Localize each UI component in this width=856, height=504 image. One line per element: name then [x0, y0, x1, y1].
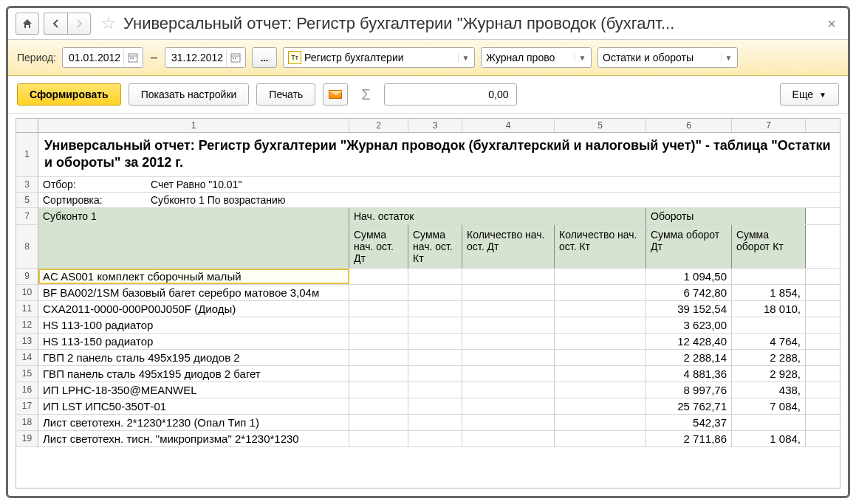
- calendar-icon[interactable]: [123, 49, 141, 66]
- print-button[interactable]: Печать: [256, 83, 315, 106]
- ruler-col-7[interactable]: 7: [732, 119, 806, 132]
- turnover-kt: 2 928,: [732, 366, 806, 382]
- more-button[interactable]: Еще ▼: [780, 83, 839, 106]
- header-turnover-dt: Сумма оборот Дт: [646, 225, 732, 268]
- svg-rect-3: [132, 58, 134, 59]
- ruler-col-2[interactable]: 2: [349, 119, 408, 132]
- turnover-dt: 542,37: [646, 415, 732, 430]
- journal-combo[interactable]: Журнал прово ▼: [481, 47, 592, 68]
- titlebar: ☆ Универсальный отчет: Регистр бухгалтер…: [8, 8, 848, 40]
- turnover-dt: 6 742,80: [646, 285, 732, 300]
- item-name: HS 113-100 радиатор: [38, 317, 349, 333]
- sort-value: Субконто 1 По возрастанию: [146, 193, 290, 207]
- table-row[interactable]: 17 ИП LST ИПС50-350Т-01 25 762,71 7 084,: [16, 398, 840, 415]
- table-row[interactable]: 10 BF BA002/1SM базовый багет серебро ма…: [16, 285, 840, 301]
- spreadsheet-area[interactable]: 1234567 1 Универсальный отчет: Регистр б…: [16, 118, 840, 489]
- ruler-col-4[interactable]: 4: [462, 119, 555, 132]
- table-row[interactable]: 12 HS 113-100 радиатор 3 623,00: [16, 317, 840, 334]
- arrow-left-icon: [51, 18, 61, 29]
- turnover-dt: 39 152,54: [646, 301, 732, 317]
- turnover-kt: 1 854,: [732, 285, 806, 300]
- item-name: ИП LST ИПС50-350Т-01: [38, 398, 349, 414]
- date-to-value: 31.12.2012: [171, 52, 223, 63]
- chevron-down-icon[interactable]: ▼: [575, 54, 589, 62]
- period-toolbar: Период: 01.01.2012 – 31.12.2012 ... Тт Р…: [8, 40, 848, 76]
- item-name: BF BA002/1SM базовый багет серебро матов…: [38, 285, 349, 300]
- ruler-col-5[interactable]: 5: [555, 119, 646, 132]
- show-settings-button[interactable]: Показать настройки: [129, 83, 250, 106]
- turnover-kt: 4 764,: [732, 334, 806, 349]
- email-button[interactable]: [323, 83, 348, 106]
- forward-button[interactable]: [67, 13, 91, 35]
- sort-row: 5 Сортировка: Субконто 1 По возрастанию: [16, 193, 840, 208]
- home-button[interactable]: [16, 13, 39, 35]
- turnover-kt: 2 288,: [732, 350, 806, 365]
- turnover-kt: 7 084,: [732, 398, 806, 414]
- table-row[interactable]: 14 ГВП 2 панель сталь 495х195 диодов 2 2…: [16, 350, 840, 366]
- date-from-value: 01.01.2012: [69, 52, 120, 63]
- table-row[interactable]: 19 Лист светотехн. тисн. "микропризма" 2…: [16, 431, 840, 447]
- item-name: ГВП 2 панель сталь 495х195 диодов 2: [38, 350, 349, 365]
- table-row[interactable]: 15 ГВП панель сталь 495х195 диодов 2 баг…: [16, 366, 840, 382]
- item-name: Лист светотехн. 2*1230*1230 (Опал Тип 1): [38, 415, 349, 430]
- period-picker-button[interactable]: ...: [252, 47, 277, 68]
- action-toolbar: Сформировать Показать настройки Печать Σ…: [8, 76, 848, 114]
- header-sum-dt: Сумма нач. ост. Дт: [349, 225, 408, 268]
- turnover-dt: 2 711,86: [646, 431, 732, 446]
- ruler-col-1[interactable]: 1: [38, 119, 349, 132]
- back-button[interactable]: [44, 13, 67, 35]
- journal-value: Журнал прово: [486, 52, 555, 63]
- table-row[interactable]: 9 AC AS001 комплект сборочный малый 1 09…: [16, 269, 840, 285]
- filter-row: 3 Отбор: Счет Равно "10.01": [16, 177, 840, 193]
- svg-rect-2: [130, 58, 131, 59]
- ruler-col-3[interactable]: 3: [408, 119, 462, 132]
- nav-group: [44, 13, 91, 35]
- turnover-kt: [732, 317, 806, 333]
- chevron-down-icon[interactable]: ▼: [458, 54, 473, 62]
- more-label: Еще: [792, 89, 814, 100]
- favorite-icon[interactable]: ☆: [101, 14, 116, 33]
- turnover-kt: [732, 269, 806, 284]
- ruler-col-6[interactable]: 6: [646, 119, 732, 132]
- header-columns-row: 8 Сумма нач. ост. Дт Сумма нач. ост. Кт …: [16, 225, 840, 269]
- report-title-row: 1 Универсальный отчет: Регистр бухгалтер…: [16, 133, 840, 177]
- table-row[interactable]: 11 CXA2011-0000-000P00J050F (Диоды) 39 1…: [16, 301, 840, 317]
- turnover-dt: 8 997,76: [646, 382, 732, 398]
- turnover-dt: 1 094,50: [646, 269, 732, 284]
- turnover-dt: 2 288,14: [646, 350, 732, 365]
- date-to-input[interactable]: 31.12.2012: [165, 47, 246, 68]
- generate-button[interactable]: Сформировать: [17, 83, 121, 106]
- item-name: CXA2011-0000-000P00J050F (Диоды): [38, 301, 349, 317]
- sort-label: Сортировка:: [38, 193, 146, 207]
- item-name: ИП LPHC-18-350@MEANWEL: [38, 382, 349, 398]
- report-title: Универсальный отчет: Регистр бухгалтерии…: [38, 133, 840, 177]
- sum-input[interactable]: 0,00: [384, 83, 517, 106]
- table-row[interactable]: 13 HS 113-150 радиатор 12 428,40 4 764,: [16, 334, 840, 350]
- turnover-kt: [732, 415, 806, 430]
- turnover-dt: 25 762,71: [646, 398, 732, 414]
- table-row[interactable]: 16 ИП LPHC-18-350@MEANWEL 8 997,76 438,: [16, 382, 840, 398]
- window-title: Универсальный отчет: Регистр бухгалтерии…: [123, 14, 818, 33]
- item-name: Лист светотехн. тисн. "микропризма" 2*12…: [38, 431, 349, 446]
- header-turnover: Обороты: [646, 208, 806, 224]
- chevron-down-icon: ▼: [819, 91, 826, 99]
- header-qty-dt: Количество нач. ост. Дт: [462, 225, 555, 268]
- date-from-input[interactable]: 01.01.2012: [62, 47, 143, 68]
- turnover-dt: 4 881,36: [646, 366, 732, 382]
- chevron-down-icon[interactable]: ▼: [721, 54, 736, 62]
- column-ruler: 1234567: [16, 119, 840, 133]
- register-type-combo[interactable]: Тт Регистр бухгалтерии ▼: [283, 47, 475, 68]
- header-qty-kt: Количество нач. ост. Кт: [555, 225, 646, 268]
- item-name: AC AS001 комплект сборочный малый: [38, 269, 349, 284]
- calendar-icon[interactable]: [226, 49, 244, 66]
- svg-rect-7: [235, 58, 236, 59]
- register-type-value: Регистр бухгалтерии: [304, 52, 403, 63]
- turnover-kt: 438,: [732, 382, 806, 398]
- table-row[interactable]: 18 Лист светотехн. 2*1230*1230 (Опал Тип…: [16, 415, 840, 431]
- close-button[interactable]: ×: [823, 15, 840, 32]
- item-name: ГВП панель сталь 495х195 диодов 2 багет: [38, 366, 349, 382]
- turnover-dt: 12 428,40: [646, 334, 732, 349]
- mode-combo[interactable]: Остатки и обороты ▼: [598, 47, 738, 68]
- app-window: ☆ Универсальный отчет: Регистр бухгалтер…: [6, 6, 850, 498]
- item-name: HS 113-150 радиатор: [38, 334, 349, 349]
